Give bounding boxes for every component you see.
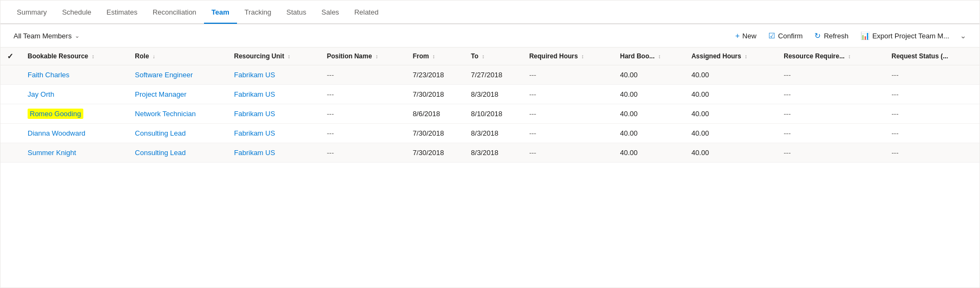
cell-to: 8/3/2018 [465,85,524,104]
cell-hard-boo: 40.00 [615,104,686,124]
cell-resource-require: --- [778,104,886,124]
sort-icon-bookable: ↕ [91,53,94,59]
row-checkbox[interactable] [1,85,22,104]
col-resourcing-unit[interactable]: Resourcing Unit ↕ [229,48,322,65]
cell-required-hours: --- [524,104,615,124]
refresh-icon: ↻ [814,31,821,40]
resourcing-unit-link[interactable]: Fabrikam US [234,90,275,98]
cell-to: 8/10/2018 [465,104,524,124]
cell-request-status: --- [886,143,979,163]
resourcing-unit-link[interactable]: Fabrikam US [234,110,275,118]
cell-hard-boo: 40.00 [615,143,686,163]
cell-role: Consulting Lead [129,124,228,143]
col-role[interactable]: Role ↓ [129,48,228,65]
sort-icon-to: ↕ [482,53,484,59]
col-resource-require[interactable]: Resource Require... ↕ [778,48,886,65]
col-to[interactable]: To ↕ [465,48,524,65]
col-position-name[interactable]: Position Name ↕ [321,48,407,65]
cell-hard-boo: 40.00 [615,85,686,104]
resourcing-unit-link[interactable]: Fabrikam US [234,71,275,79]
bookable-resource-link[interactable]: Jay Orth [28,90,54,98]
cell-bookable-resource[interactable]: Faith Charles [22,65,129,85]
cell-assigned-hours: 40.00 [686,124,779,143]
col-bookable-resource[interactable]: Bookable Resource ↕ [22,48,129,65]
tab-tracking[interactable]: Tracking [237,2,279,24]
tab-reconciliation[interactable]: Reconciliation [145,2,204,24]
filter-dropdown[interactable]: All Team Members ⌄ [9,30,84,42]
tab-related[interactable]: Related [347,2,386,24]
resourcing-unit-link[interactable]: Fabrikam US [234,149,275,157]
role-link[interactable]: Software Engineer [135,71,193,79]
bookable-resource-link[interactable]: Dianna Woodward [28,129,85,137]
role-link[interactable]: Consulting Lead [135,149,186,157]
row-checkbox[interactable] [1,124,22,143]
resourcing-unit-link[interactable]: Fabrikam US [234,129,275,137]
cell-required-hours: --- [524,143,615,163]
bookable-resource-link[interactable]: Faith Charles [28,71,69,79]
cell-request-status: --- [886,65,979,85]
table-row: Faith CharlesSoftware EngineerFabrikam U… [1,65,979,85]
cell-position-name: --- [321,65,407,85]
tab-sales[interactable]: Sales [314,2,347,24]
cell-required-hours: --- [524,124,615,143]
sort-icon-role: ↓ [153,53,155,59]
cell-resource-require: --- [778,124,886,143]
table-header-row: ✓ Bookable Resource ↕ Role ↓ Resourcing … [1,48,979,65]
cell-resource-require: --- [778,85,886,104]
bookable-resource-link[interactable]: Summer Knight [28,149,76,157]
cell-bookable-resource[interactable]: Jay Orth [22,85,129,104]
tab-estimates[interactable]: Estimates [99,2,145,24]
role-link[interactable]: Project Manager [135,90,186,98]
cell-resourcing-unit: Fabrikam US [229,124,322,143]
cell-resource-require: --- [778,65,886,85]
col-required-hours[interactable]: Required Hours ↕ [524,48,615,65]
export-button[interactable]: 📊 Export Project Team M... [855,29,955,43]
cell-from: 7/30/2018 [407,85,466,104]
row-checkbox[interactable] [1,65,22,85]
cell-required-hours: --- [524,85,615,104]
row-checkbox[interactable] [1,143,22,163]
cell-assigned-hours: 40.00 [686,65,779,85]
col-assigned-hours[interactable]: Assigned Hours ↕ [686,48,779,65]
nav-tabs: Summary Schedule Estimates Reconciliatio… [1,1,979,24]
col-hard-boo[interactable]: Hard Boo... ↕ [615,48,686,65]
tab-status[interactable]: Status [279,2,314,24]
more-options-button[interactable]: ⌄ [956,29,971,43]
cell-bookable-resource[interactable]: Dianna Woodward [22,124,129,143]
role-link[interactable]: Consulting Lead [135,129,186,137]
cell-bookable-resource[interactable]: Romeo Gooding [22,104,129,124]
cell-request-status: --- [886,104,979,124]
refresh-button[interactable]: ↻ Refresh [809,29,854,43]
confirm-button[interactable]: ☑ Confirm [763,29,808,43]
cell-hard-boo: 40.00 [615,65,686,85]
toolbar-actions: + New ☑ Confirm ↻ Refresh 📊 Export Proje… [730,29,971,43]
col-from[interactable]: From ↕ [407,48,466,65]
cell-to: 7/27/2018 [465,65,524,85]
cell-role: Software Engineer [129,65,228,85]
bookable-resource-link[interactable]: Romeo Gooding [28,109,83,119]
cell-assigned-hours: 40.00 [686,143,779,163]
col-request-status[interactable]: Request Status (... [886,48,979,65]
select-all-checkbox[interactable]: ✓ [1,48,22,65]
cell-from: 7/30/2018 [407,124,466,143]
cell-assigned-hours: 40.00 [686,104,779,124]
new-button[interactable]: + New [730,29,762,43]
sort-icon-assigned: ↕ [745,53,747,59]
cell-from: 8/6/2018 [407,104,466,124]
row-checkbox[interactable] [1,104,22,124]
cell-position-name: --- [321,143,407,163]
cell-bookable-resource[interactable]: Summer Knight [22,143,129,163]
team-table: ✓ Bookable Resource ↕ Role ↓ Resourcing … [1,48,979,163]
sort-icon-hardboo: ↕ [658,53,661,59]
tab-summary[interactable]: Summary [9,2,55,24]
role-link[interactable]: Network Technician [135,110,195,118]
table-row: Dianna WoodwardConsulting LeadFabrikam U… [1,124,979,143]
app-container: Summary Schedule Estimates Reconciliatio… [0,0,980,288]
tab-schedule[interactable]: Schedule [55,2,99,24]
cell-role: Consulting Lead [129,143,228,163]
new-button-label: New [742,32,757,40]
table-row: Summer KnightConsulting LeadFabrikam US-… [1,143,979,163]
refresh-button-label: Refresh [824,32,849,40]
cell-position-name: --- [321,124,407,143]
tab-team[interactable]: Team [204,2,237,24]
